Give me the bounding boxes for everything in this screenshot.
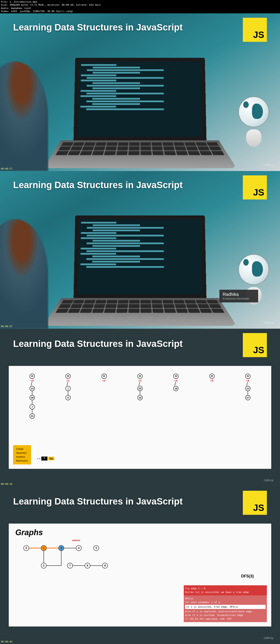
udemy-watermark: Udemy xyxy=(264,163,274,167)
visualizer-panel: Hi:01428721Hi:118Hi:2Hi:32410Hi:418Hi:5H… xyxy=(9,366,271,469)
timestamp: 00:00:42 xyxy=(1,640,12,643)
head-node: H xyxy=(209,374,215,379)
bucket-index: i:3 xyxy=(139,379,142,382)
value-input[interactable]: 8 xyxy=(41,456,47,460)
frame-3: Learning Data Structures in JavaScript J… xyxy=(0,329,280,486)
instructor-name: Radhika xyxy=(223,292,249,297)
chain-node: 18 xyxy=(173,386,179,391)
course-title: Learning Data Structures in JavaScript xyxy=(13,496,183,507)
pseudo-status: Try edge 1 → 0 xyxy=(185,587,266,590)
bucket: Hi:61327 xyxy=(245,374,251,419)
chain-node: 24 xyxy=(137,386,143,391)
bucket-index: i:4 xyxy=(175,379,177,382)
head-node: H xyxy=(29,374,35,379)
udemy-watermark: Udemy xyxy=(264,636,274,640)
laptop xyxy=(61,57,219,171)
menu-item[interactable]: Search(v) xyxy=(15,451,29,455)
head-node: H xyxy=(65,374,71,379)
menu-item[interactable]: Create xyxy=(15,447,29,451)
js-logo: JS xyxy=(243,491,267,515)
instructor-card: Radhika Enterprise Developer xyxy=(219,290,258,302)
chain-node: 14 xyxy=(29,386,35,391)
person-silhouette xyxy=(0,219,48,329)
menu-item[interactable]: Insert(v) xyxy=(15,455,29,459)
bucket-index: i:2 xyxy=(103,379,105,382)
bucket-index: i:0 xyxy=(31,379,34,382)
chain-node: 7 xyxy=(29,404,35,410)
dfs-label: DFS(3) xyxy=(241,574,254,578)
course-title: Learning Data Structures in JavaScript xyxy=(13,180,183,190)
bucket: Hi:32410 xyxy=(137,374,143,419)
timestamp: 00:00:32 xyxy=(1,482,12,486)
chain-node: 13 xyxy=(245,386,251,391)
chain-node: 28 xyxy=(29,395,35,400)
pseudo-line: for each neighbor v of u xyxy=(185,600,266,604)
bucket: Hi:2 xyxy=(101,374,107,419)
media-info: File: 1. Introduction.mp4 Size: 3904209 … xyxy=(0,0,280,13)
instructor-role: Enterprise Developer xyxy=(223,297,249,300)
svg-text:3: 3 xyxy=(61,546,62,550)
pseudo-status: Vertex [v] is unvisited, we have a tree … xyxy=(185,590,266,594)
head-node: H xyxy=(245,374,251,379)
graphs-heading: Graphs xyxy=(15,528,265,537)
visualizer-panel: Graphs 0 1 2 3 4 5 7 6 8 source DFS(3) T… xyxy=(9,524,271,626)
js-logo: JS xyxy=(243,333,267,357)
laptop xyxy=(61,215,219,329)
course-title: Learning Data Structures in JavaScript xyxy=(13,338,183,349)
action-menu[interactable]: CreateSearch(v)Insert(v)Remove(v) xyxy=(13,445,31,464)
chain-node: 8 xyxy=(65,395,71,400)
svg-text:8: 8 xyxy=(104,564,106,567)
timestamp: 00:00:17 xyxy=(1,167,12,170)
pseudo-line: else if v is explored, bidirectional/bac… xyxy=(185,610,266,613)
pseudo-title: DFS(u) xyxy=(185,597,266,600)
person-silhouette xyxy=(0,62,48,171)
chain-node: 21 xyxy=(29,414,35,419)
info-file: File: 1. Introduction.mp4 xyxy=(1,0,279,4)
svg-text:5: 5 xyxy=(96,546,97,550)
bucket: Hi:418 xyxy=(173,374,179,419)
svg-text:6: 6 xyxy=(87,564,88,567)
value-input-row: v = 8 Go xyxy=(37,456,54,460)
bucket: Hi:01428721 xyxy=(29,374,35,419)
svg-text:1: 1 xyxy=(43,546,45,550)
bucket-index: i:1 xyxy=(67,379,69,382)
frame-4: Learning Data Structures in JavaScript J… xyxy=(0,486,280,644)
globe xyxy=(234,254,274,311)
bucket-index: i:5 xyxy=(211,379,213,382)
svg-text:7: 7 xyxy=(69,564,71,567)
input-label: v = xyxy=(37,457,40,460)
pseudo-line: if v is unvisited, tree edge, DFS(v) xyxy=(185,605,266,609)
info-size: Size: 3904209 bytes (3.72 MiB), duration… xyxy=(1,4,279,6)
hash-table-row: Hi:01428721Hi:118Hi:2Hi:32410Hi:418Hi:5H… xyxy=(14,374,266,419)
frame-2: Learning Data Structures in JavaScript J… xyxy=(0,171,280,329)
svg-text:0: 0 xyxy=(25,546,27,550)
head-node: H xyxy=(137,374,143,379)
svg-text:2: 2 xyxy=(43,564,45,567)
pseudocode-panel: Try edge 1 → 0Vertex [v] is unvisited, w… xyxy=(184,585,267,622)
info-audio: Audio: mpeg4aac (und) xyxy=(1,7,279,10)
js-logo: JS xyxy=(243,18,267,42)
head-node: H xyxy=(101,374,107,379)
js-logo: JS xyxy=(243,176,267,200)
frame-1: Learning Data Structures in JavaScript J… xyxy=(0,13,280,171)
svg-text:4: 4 xyxy=(78,546,80,550)
chain-node: 1 xyxy=(65,386,71,391)
graph-diagram: 0 1 2 3 4 5 7 6 8 xyxy=(15,542,125,581)
course-title: Learning Data Structures in JavaScript xyxy=(13,22,183,33)
bucket-index: i:6 xyxy=(246,379,249,382)
globe xyxy=(234,96,274,154)
chain-node: 27 xyxy=(245,395,251,400)
pseudo-line: // ch4_01_dfs.cpp/java, ch4, CP3 xyxy=(185,617,266,621)
timestamp: 00:00:27 xyxy=(1,325,12,328)
source-label: source xyxy=(72,539,80,542)
udemy-watermark: Udemy xyxy=(264,478,274,482)
chain-node: 10 xyxy=(137,395,143,400)
go-button[interactable]: Go xyxy=(48,457,54,460)
pseudo-line: else if v is visited, forward/cross edge xyxy=(185,613,266,617)
bucket: Hi:118 xyxy=(65,374,71,419)
udemy-watermark: Udemy xyxy=(264,321,274,324)
menu-item[interactable]: Remove(v) xyxy=(15,459,29,463)
bucket: Hi:5 xyxy=(209,374,215,419)
head-node: H xyxy=(173,374,179,379)
info-video: Video: h264, yuv420p, 1280x720, 30.00 fp… xyxy=(1,10,279,13)
